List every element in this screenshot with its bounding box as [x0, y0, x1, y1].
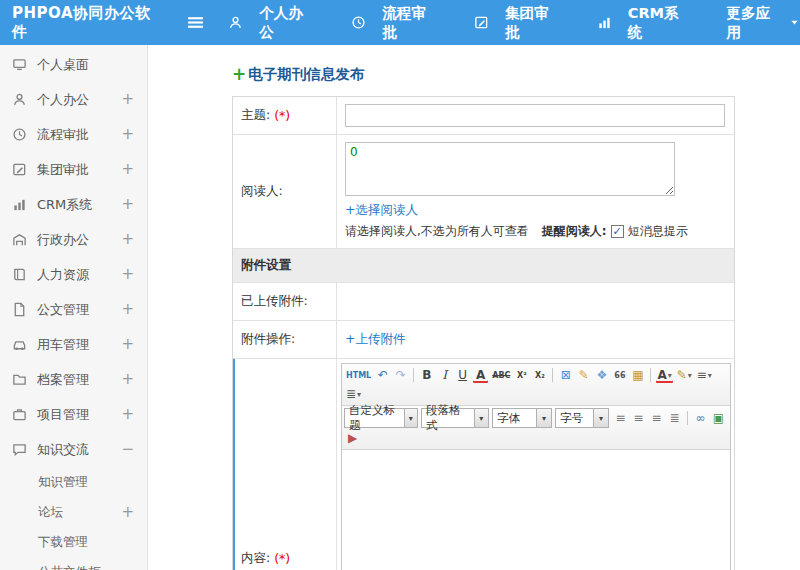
sidebar-item-document-management[interactable]: 公文管理 + [0, 292, 147, 327]
person-icon [12, 92, 28, 107]
sidebar-subitem-forum[interactable]: 论坛 + [0, 497, 147, 527]
heading-style-select[interactable]: 自定义标题 ▾ [344, 408, 418, 428]
align-center-button[interactable]: ≡ [630, 409, 647, 427]
italic-button[interactable]: I [436, 366, 453, 384]
sidebar-item-knowledge-exchange[interactable]: 知识交流 − [0, 432, 147, 467]
align-right-button[interactable]: ≡ [648, 409, 665, 427]
expand-toggle[interactable]: + [121, 92, 134, 107]
fill-color-button[interactable]: ❖ [593, 366, 610, 384]
subject-input[interactable] [345, 104, 725, 127]
app-logo: PHPOA协同办公软件 [0, 4, 161, 42]
sidebar: 个人桌面 个人办公 + 流程审批 + 集团审批 + CRM系统 + 行政办公 + [0, 45, 148, 570]
editor-content-area[interactable] [342, 450, 730, 570]
numbered-list-dropdown[interactable]: ≣▾ [344, 385, 363, 403]
sms-checkbox[interactable]: ✓ [611, 225, 624, 238]
sidebar-item-admin-office[interactable]: 行政办公 + [0, 222, 147, 257]
image-button[interactable]: ▣ [710, 409, 727, 427]
chevron-down-icon: ▾ [404, 409, 417, 427]
sidebar-item-label: 公文管理 [37, 301, 89, 319]
nav-personal-office[interactable]: 个人办公 [228, 4, 313, 42]
insert-date-button[interactable]: ▦ [629, 366, 646, 384]
expand-toggle[interactable]: + [121, 197, 134, 212]
sidebar-item-archive-management[interactable]: 档案管理 + [0, 362, 147, 397]
redo-button[interactable]: ↷ [392, 366, 409, 384]
required-mark: (*) [274, 108, 290, 123]
font-color-dropdown[interactable]: A▾ [655, 366, 673, 384]
nav-label: 流程审批 [382, 4, 436, 42]
sidebar-subitem-label: 知识管理 [38, 474, 88, 491]
format-painter-button[interactable]: ✎ [575, 366, 592, 384]
nav-label: 集团审批 [505, 4, 559, 42]
bold-button[interactable]: B [418, 366, 435, 384]
expand-toggle[interactable]: + [121, 505, 134, 520]
required-mark: (*) [274, 551, 290, 566]
subscript-button[interactable]: X₂ [531, 366, 548, 384]
sidebar-item-project-management[interactable]: 项目管理 + [0, 397, 147, 432]
sidebar-subitem-public-file-cabinet[interactable]: 公共文件柜 [0, 557, 147, 570]
sidebar-item-label: 知识交流 [37, 441, 89, 459]
align-left-button[interactable]: ≡ [612, 409, 629, 427]
expand-toggle[interactable]: + [121, 162, 134, 177]
sidebar-item-human-resources[interactable]: 人力资源 + [0, 257, 147, 292]
forecolor-button[interactable]: A [472, 366, 489, 384]
sidebar-item-label: 流程审批 [37, 126, 89, 144]
expand-toggle[interactable]: + [121, 407, 134, 422]
toolbar-separator [552, 368, 553, 382]
sidebar-item-personal-desktop[interactable]: 个人桌面 [0, 47, 147, 82]
sidebar-item-crm-system[interactable]: CRM系统 + [0, 187, 147, 222]
strikethrough-button[interactable]: ABC [490, 366, 512, 384]
menu-toggle-icon[interactable] [187, 14, 204, 31]
collapse-toggle[interactable]: − [121, 442, 134, 457]
nav-label: 个人办公 [259, 4, 313, 42]
sidebar-item-workflow-approval[interactable]: 流程审批 + [0, 117, 147, 152]
font-family-select[interactable]: 字体 ▾ [492, 408, 552, 428]
sidebar-item-label: 项目管理 [37, 406, 89, 424]
select-value: 字体 [497, 411, 520, 426]
sidebar-item-personal-office[interactable]: 个人办公 + [0, 82, 147, 117]
sidebar-subitem-download-management[interactable]: 下载管理 [0, 527, 147, 557]
sidebar-item-group-approval[interactable]: 集团审批 + [0, 152, 147, 187]
subject-label: 主题:(*) [233, 97, 337, 134]
nav-crm-system[interactable]: CRM系统 [597, 4, 689, 42]
expand-toggle[interactable]: + [121, 232, 134, 247]
html-source-button[interactable]: HTML [344, 366, 373, 384]
sidebar-item-label: 人力资源 [37, 266, 89, 284]
font-size-select[interactable]: 字号 ▾ [555, 408, 609, 428]
folder-icon [12, 372, 28, 387]
eraser-button[interactable]: ⊠ [557, 366, 574, 384]
chart-icon [12, 197, 28, 212]
readers-label: 阅读人: [233, 135, 337, 248]
upload-attachment-link[interactable]: +上传附件 [345, 331, 405, 348]
paragraph-format-select[interactable]: 段落格式 ▾ [421, 408, 489, 428]
nav-more-apps[interactable]: 更多应用 [726, 4, 800, 42]
publish-form: 主题:(*) 阅读人: 0 +选择阅读人 请选择阅读人,不选为所有人可查 [232, 96, 735, 570]
readers-textarea[interactable]: 0 [345, 142, 675, 196]
underline-button[interactable]: U [454, 366, 471, 384]
chevron-down-icon: ▾ [474, 409, 488, 427]
link-button[interactable]: ∞ [692, 409, 709, 427]
select-value: 字号 [560, 411, 583, 426]
superscript-button[interactable]: X² [513, 366, 530, 384]
highlight-color-dropdown[interactable]: ✎▾ [675, 366, 694, 384]
nav-workflow-approval[interactable]: 流程审批 [351, 4, 436, 42]
toolbar-separator [687, 411, 688, 425]
nav-group-approval[interactable]: 集团审批 [474, 4, 559, 42]
expand-toggle[interactable]: + [121, 267, 134, 282]
expand-toggle[interactable]: + [121, 372, 134, 387]
expand-toggle[interactable]: + [121, 127, 134, 142]
check-icon: ✓ [613, 226, 622, 237]
expand-toggle[interactable]: + [121, 337, 134, 352]
bullet-list-dropdown[interactable]: ≡▾ [695, 366, 714, 384]
sidebar-item-vehicle-management[interactable]: 用车管理 + [0, 327, 147, 362]
blockquote-button[interactable]: 66 [611, 366, 628, 384]
page-title-text: 电子期刊信息发布 [248, 65, 364, 84]
undo-button[interactable]: ↶ [374, 366, 391, 384]
building-icon [12, 232, 28, 247]
align-justify-button[interactable]: ≣ [666, 409, 683, 427]
expand-toggle[interactable]: + [121, 302, 134, 317]
rich-text-editor: HTML↶↷BIUAABCX²X₂⊠✎❖66▦A▾✎▾≡▾≣▾ 自定义标题 ▾ … [341, 363, 731, 570]
edit-icon [12, 162, 28, 177]
sidebar-subitem-knowledge-management[interactable]: 知识管理 [0, 467, 147, 497]
media-button[interactable]: ▶ [344, 429, 361, 447]
choose-readers-link[interactable]: +选择阅读人 [345, 202, 418, 217]
